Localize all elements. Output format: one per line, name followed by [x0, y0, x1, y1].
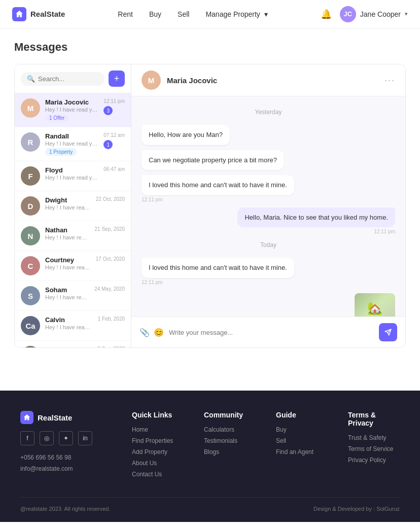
chat-more-button[interactable]: ··· — [384, 75, 395, 86]
footer-col-title: Guide — [276, 411, 328, 419]
footer-link[interactable]: Blogs — [204, 448, 256, 456]
contact-time: 24 May, 2020 — [94, 286, 125, 292]
user-menu[interactable]: JC Jane Cooper ▾ — [340, 6, 408, 22]
chevron-down-icon: ▾ — [264, 10, 268, 18]
footer: RealState f ◎ ✦ in +056 696 56 56 98 inf… — [0, 391, 420, 522]
navbar: RealState Rent Buy Sell Manage Property … — [0, 0, 420, 28]
contact-meta: 06:47 am — [103, 166, 125, 174]
nav-sell[interactable]: Sell — [178, 10, 189, 18]
chat-area: M Maria Jocovic ··· Yesterday Hello, How… — [131, 64, 405, 347]
message-input[interactable] — [169, 329, 374, 336]
contact-item[interactable]: FFloydHey ! I have read your...06:47 am — [15, 161, 131, 191]
contact-name: Floyd — [45, 166, 98, 174]
avatar: C — [21, 256, 40, 275]
copyright-text: @realstate 2023. All rights reserved. — [20, 506, 110, 512]
contact-meta: 22 Oct, 2020 — [96, 196, 125, 204]
logo[interactable]: RealState — [12, 7, 65, 21]
chat-input-area: 📎 😊 — [131, 317, 405, 347]
contact-name: Courtney — [45, 256, 91, 264]
message-bubble: I loved this home and can't wait to have… — [142, 258, 294, 278]
contact-tag: 1 Offer — [45, 114, 68, 122]
avatar: M — [21, 98, 40, 118]
message-bubble: Hello, Maria. Nice to see that you liked… — [237, 207, 395, 228]
day-label-yesterday: Yesterday — [142, 109, 395, 116]
contact-info: CalvinHey ! I have read your... — [45, 316, 93, 330]
footer-link[interactable]: Find Properties — [132, 437, 184, 444]
footer-link[interactable]: Find an Agent — [276, 448, 328, 456]
twitter-icon[interactable]: ✦ — [59, 431, 73, 445]
contact-info: CourtneyHey ! I have read your... — [45, 256, 91, 270]
footer-link[interactable]: Terms of Service — [348, 445, 400, 452]
contact-item[interactable]: RRandallHey ! I have read your...1 Prope… — [15, 127, 131, 161]
footer-brand: RealState f ◎ ✦ in +056 696 56 56 98 inf… — [20, 411, 112, 482]
contact-time: 8 Sep, 2020 — [97, 346, 125, 347]
contact-name: Nathan — [45, 226, 90, 234]
contact-item[interactable]: DDwightHey ! I have read your...22 Oct, … — [15, 191, 131, 221]
add-conversation-button[interactable]: + — [109, 71, 125, 87]
message-item: Hello, How are you Man? — [142, 125, 395, 145]
chat-contact-avatar: M — [142, 71, 161, 90]
footer-link[interactable]: Home — [132, 426, 184, 433]
avatar: Ma — [21, 346, 40, 347]
message-item: I loved this home and can't wait to have… — [142, 258, 395, 285]
contact-item[interactable]: MMaria JocovicHey ! I have read your...1… — [15, 93, 131, 127]
send-button[interactable] — [379, 323, 397, 341]
contact-item[interactable]: NNathanHey ! I have read your...21 Sep, … — [15, 221, 131, 251]
footer-bottom: @realstate 2023. All rights reserved. De… — [20, 497, 400, 512]
main-nav: Rent Buy Sell Manage Property ▾ — [118, 10, 267, 18]
footer-contact: +056 696 56 56 98 info@realstate.com — [20, 452, 112, 474]
credit-text: Design & Developed by : SolGuruz — [313, 506, 400, 512]
footer-link[interactable]: Add Property — [132, 448, 184, 456]
contact-time: 17 Oct, 2020 — [96, 256, 125, 262]
footer-link[interactable]: Trust & Safety — [348, 434, 400, 441]
facebook-icon[interactable]: f — [20, 431, 34, 445]
footer-link[interactable]: Calculators — [204, 426, 256, 433]
contact-preview: Hey ! I have read your... — [45, 204, 91, 211]
notification-bell[interactable]: 🔔 — [321, 9, 332, 20]
footer-logo-icon — [20, 411, 33, 424]
avatar: D — [21, 196, 40, 216]
contact-item[interactable]: SSohamHey ! I have read your...24 May, 2… — [15, 281, 131, 311]
social-icons: f ◎ ✦ in — [20, 431, 112, 445]
message-item: Hello, Maria. Nice to see that you liked… — [142, 207, 395, 235]
footer-link[interactable]: Privacy Policy — [348, 457, 400, 464]
search-box[interactable]: 🔍 — [21, 72, 104, 86]
footer-col-title: Community — [204, 411, 256, 419]
message-time: 12:11 pm — [142, 197, 395, 202]
footer-link[interactable]: About Us — [132, 460, 184, 467]
emoji-button[interactable]: 😊 — [154, 328, 164, 337]
contact-info: MarvinHey ! I have read your... — [45, 346, 92, 347]
footer-link[interactable]: Contact Us — [132, 471, 184, 478]
footer-link[interactable]: Buy — [276, 426, 328, 433]
chat-header-user: M Maria Jocovic — [142, 71, 217, 90]
message-bubble: Can we negotiate property price a bit mo… — [142, 150, 284, 170]
nav-buy[interactable]: Buy — [149, 10, 161, 18]
contact-item[interactable]: CCourtneyHey ! I have read your...17 Oct… — [15, 251, 131, 281]
linkedin-icon[interactable]: in — [78, 431, 92, 445]
footer-link[interactable]: Testimonials — [204, 437, 256, 444]
nav-manage[interactable]: Manage Property ▾ — [205, 10, 267, 18]
unread-badge: 1 — [103, 140, 113, 149]
contact-item[interactable]: CaCalvinHey ! I have read your...1 Feb, … — [15, 311, 131, 341]
attach-button[interactable]: 📎 — [139, 328, 150, 337]
search-input[interactable] — [38, 75, 98, 83]
search-icon: 🔍 — [27, 75, 35, 83]
message-sidebar: 🔍 + MMaria JocovicHey ! I have read your… — [15, 64, 131, 347]
avatar: Ca — [21, 316, 40, 335]
nav-rent[interactable]: Rent — [118, 10, 133, 18]
logo-icon — [12, 7, 26, 21]
contact-preview: Hey ! I have read your... — [45, 294, 89, 300]
contact-info: DwightHey ! I have read your... — [45, 196, 91, 211]
contact-info: SohamHey ! I have read your... — [45, 286, 89, 300]
instagram-icon[interactable]: ◎ — [40, 431, 54, 445]
page-title: Messages — [14, 41, 406, 54]
contact-time: 07:12 am — [103, 132, 125, 138]
footer-col-title: Terms & Privacy — [348, 411, 400, 427]
footer-link[interactable]: Sell — [276, 437, 328, 444]
chat-messages: Yesterday Hello, How are you Man? Can we… — [131, 96, 405, 317]
contact-item[interactable]: MaMarvinHey ! I have read your...8 Sep, … — [15, 341, 131, 347]
contact-preview: Hey ! I have read your... — [45, 141, 98, 147]
chevron-down-icon: ▾ — [405, 11, 408, 17]
contact-meta: 21 Sep, 2020 — [95, 226, 125, 234]
contact-meta: 1 Feb, 2020 — [98, 316, 125, 324]
